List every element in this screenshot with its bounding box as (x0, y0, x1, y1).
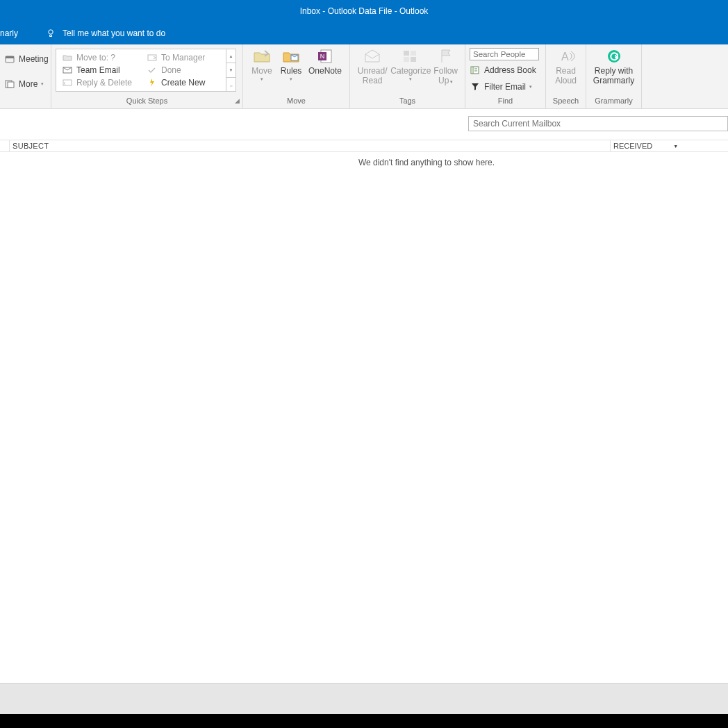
funnel-icon (470, 82, 481, 92)
quicksteps-gallery[interactable]: Move to: ? Team Email Reply & Delete To … (56, 49, 236, 92)
quickstep-done[interactable]: Done (147, 64, 220, 76)
title-bar: Inbox - Outlook Data File - Outlook (0, 0, 728, 22)
lightbulb-icon (46, 28, 56, 38)
more-icon (4, 79, 15, 89)
quickstep-replydelete[interactable]: Reply & Delete (62, 76, 135, 89)
folder-icon (62, 53, 73, 63)
quickstep-createnew[interactable]: Create New (147, 76, 220, 89)
lightning-icon (147, 78, 158, 88)
bottom-bar (0, 714, 728, 728)
tellme-input[interactable]: Tell me what you want to do (63, 28, 165, 38)
meeting-button[interactable]: Meeting (4, 52, 49, 66)
move-folder-icon (251, 48, 272, 65)
categorize-button[interactable]: Categorize ▾ (390, 47, 431, 82)
dialog-launcher-icon[interactable]: ◢ (235, 97, 240, 104)
more-button[interactable]: More ▾ (4, 77, 44, 91)
forward-icon (147, 53, 158, 63)
rules-icon (281, 48, 301, 65)
quickstep-moveto[interactable]: Move to: ? (62, 51, 135, 64)
svg-text:N: N (320, 53, 325, 60)
reply-delete-icon (62, 78, 73, 88)
chevron-down-icon: ▾ (290, 76, 292, 82)
svg-rect-2 (6, 56, 14, 58)
ribbon: Meeting More ▾ Move to: ? (0, 44, 728, 109)
tellme-bar: narly Tell me what you want to do (0, 22, 728, 44)
svg-rect-16 (471, 67, 479, 74)
address-book-icon (470, 65, 481, 75)
quickstep-teamemail[interactable]: Team Email (62, 64, 135, 76)
rules-button[interactable]: Rules ▾ (276, 47, 306, 82)
envelope-open-icon (362, 48, 383, 65)
flag-icon (436, 48, 456, 65)
svg-rect-4 (8, 82, 14, 88)
svg-point-0 (49, 30, 53, 34)
window-title: Inbox - Outlook Data File - Outlook (300, 6, 429, 16)
move-button[interactable]: Move ▾ (247, 47, 276, 82)
categorize-icon (400, 48, 421, 65)
status-bar (0, 683, 728, 714)
svg-rect-13 (411, 51, 416, 56)
chevron-down-icon: ▾ (529, 84, 532, 90)
received-column[interactable]: RECEIVED ▼ (610, 140, 728, 151)
filter-email-button[interactable]: Filter Email ▾ (470, 80, 539, 94)
followup-button[interactable]: FollowUp▾ (431, 47, 461, 87)
grammarly-icon (604, 48, 624, 65)
svg-rect-15 (411, 57, 416, 62)
grammarly-button[interactable]: Reply withGrammarly (590, 47, 637, 85)
column-headers: SUBJECT RECEIVED ▼ (0, 140, 728, 152)
empty-state-message: We didn't find anything to show here. (63, 158, 728, 167)
chevron-more-icon[interactable]: ⎯ (226, 78, 235, 91)
unread-read-button[interactable]: Unread/Read (354, 47, 390, 85)
check-icon (147, 65, 158, 75)
chevron-down-icon: ▾ (260, 76, 263, 82)
meeting-icon (4, 54, 15, 64)
read-aloud-button[interactable]: A ReadAloud (550, 47, 581, 85)
svg-rect-14 (404, 57, 409, 62)
subject-column[interactable]: SUBJECT (10, 140, 610, 151)
sort-desc-icon: ▼ (673, 144, 678, 149)
chevron-down-icon: ▾ (409, 76, 412, 82)
onenote-icon: N (315, 48, 336, 65)
chevron-up-icon[interactable]: ▲ (226, 49, 235, 63)
chevron-down-icon: ▾ (450, 79, 453, 84)
address-book-button[interactable]: Address Book (470, 63, 539, 77)
search-people-input[interactable] (470, 48, 539, 60)
quicksteps-spinner[interactable]: ▲ ▼ ⎯ (226, 49, 235, 91)
read-aloud-icon: A (556, 48, 577, 65)
onenote-button[interactable]: N OneNote (306, 47, 345, 76)
search-mailbox-input[interactable] (468, 116, 728, 131)
chevron-down-icon[interactable]: ▼ (226, 63, 235, 77)
quickstep-tomanager[interactable]: To Manager (147, 51, 220, 64)
svg-rect-12 (404, 51, 409, 56)
envelope-icon (62, 65, 73, 75)
message-list-area: SUBJECT RECEIVED ▼ We didn't find anythi… (0, 109, 728, 728)
tab-fragment[interactable]: narly (0, 28, 29, 38)
chevron-down-icon: ▾ (41, 81, 44, 87)
svg-text:A: A (561, 51, 569, 63)
